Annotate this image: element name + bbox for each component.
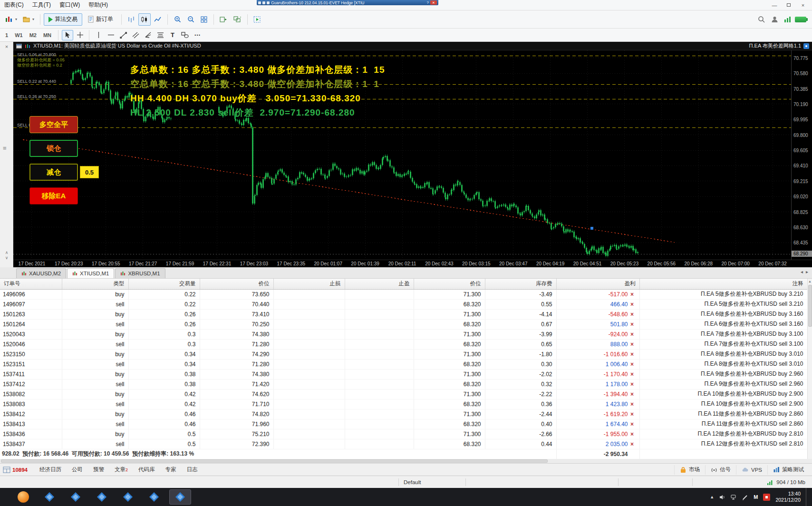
horizontal-scrollbar[interactable] [0,459,812,463]
scroll-down-icon[interactable]: ∨ [0,255,13,261]
close-position-button[interactable]: × [629,321,636,328]
close-position-button[interactable]: × [629,361,636,368]
chart-tab-XBRUSD[interactable]: XBRUSD,M1 [115,268,165,278]
chart-tab-XTIUSD[interactable]: XTIUSD,M1 [67,268,114,278]
close-position-button[interactable]: × [629,291,636,298]
close-all-button[interactable]: 多空全平 [29,116,78,133]
cascade-windows-button[interactable] [231,13,244,26]
levels-button[interactable] [782,13,794,26]
restore-button[interactable] [782,1,796,9]
crosshair-tool[interactable] [74,30,86,40]
chart-tab-XAUUSD[interactable]: XAUUSD,M2 [16,268,66,278]
column-header-open[interactable]: 价位 [200,279,273,289]
column-header-comment[interactable]: 注释 [639,279,807,289]
more-tools-button[interactable]: ⋯ [192,30,203,40]
table-row[interactable]: 1501263buy0.2673.41071.300-4.14-548.60×Π… [0,309,807,319]
table-row[interactable]: 1538412buy0.4674.82071.300-2.44-1 619.20… [0,409,807,419]
price-axis[interactable]: 68.290 70.77570.58070.38570.19069.99569.… [791,50,812,260]
cursor-tool[interactable] [62,30,73,40]
taskbar-app-icon-active[interactable] [169,489,191,505]
pen-icon[interactable] [742,494,748,500]
tray-expand-icon[interactable]: ▲ [710,495,714,499]
toolbox-tab-公司[interactable]: 公司 [67,464,88,476]
table-row[interactable]: 1538082buy0.4274.62071.300-2.22-1 394.40… [0,389,807,399]
tab-scroll-right-icon[interactable]: ▸ [806,269,808,274]
lock-position-button[interactable]: 锁仓 [29,140,78,157]
table-row[interactable]: 1496096buy0.2273.65071.300-3.49-517.00×Π… [0,289,807,299]
strategy-tester-button[interactable] [251,13,263,26]
scrollbar-thumb[interactable] [808,285,812,327]
table-row[interactable]: 1523150buy0.3474.29071.300-1.80-1 016.60… [0,349,807,359]
table-row[interactable]: 1537412sell0.3871.42068.3200.321 178.00×… [0,379,807,389]
bar-chart-type-button[interactable] [125,13,137,26]
time-axis[interactable]: 17 Dec 202117 Dec 20:2317 Dec 20:5517 De… [13,260,812,267]
close-position-button[interactable]: × [629,311,636,318]
scrollbar-thumb[interactable] [1,459,548,463]
tile-windows-button[interactable] [217,13,230,26]
table-scrollbar[interactable]: ▲ [807,279,812,459]
table-row[interactable]: 1538437sell0.572.39068.3200.442 035.00×Π… [0,439,807,449]
timeframe-1[interactable]: 1 [2,32,11,38]
minimize-button[interactable]: — [767,1,782,9]
text-tool[interactable]: T [167,30,178,40]
trade-count-badge[interactable]: 10894 [12,467,28,473]
new-order-button[interactable]: 新订单 [83,13,118,26]
table-row[interactable]: 1538083sell0.4271.71068.3200.361 423.80×… [0,399,807,409]
toolbox-tab-日志[interactable]: 日志 [182,464,203,476]
column-header-tp[interactable]: 止盈 [345,279,414,289]
toolbox-tab-经济日历[interactable]: 经济日历 [34,464,67,476]
table-row[interactable]: 1538436buy0.575.21071.300-2.66-1 955.00×… [0,429,807,439]
table-row[interactable]: 1520046sell0.371.28068.3200.65888.00×Π.E… [0,339,807,349]
trade-tab-icon[interactable] [3,467,10,473]
menu-item-2[interactable]: 窗口(W) [55,1,84,9]
reduce-value-field[interactable]: 0.5 [80,166,99,178]
connection-status[interactable]: 904 / 10 Mb [767,479,812,485]
close-position-button[interactable]: × [629,431,636,438]
toolbox-button-tester[interactable]: 策略测试 [767,465,809,475]
algo-trading-button[interactable]: 算法交易 [44,13,82,26]
profiles-button[interactable]: ▾ [20,13,37,26]
panel-grip-icon[interactable]: ≡ [3,145,7,152]
column-header-sl[interactable]: 止损 [273,279,345,289]
ea-icon[interactable] [803,43,809,49]
close-position-button[interactable]: × [629,341,636,348]
zoom-out-button[interactable] [184,13,197,26]
background-window-titlebar[interactable]: GuaruBrothers-10 212.04.15.01-EVET Hedge… [257,0,438,5]
toolbox-tab-代码库[interactable]: 代码库 [133,464,160,476]
menu-item-1[interactable]: 工具(T) [28,1,55,9]
close-position-button[interactable]: × [629,301,636,308]
taskbar-app-icon[interactable] [117,489,139,505]
close-position-button[interactable]: × [629,401,636,408]
close-position-button[interactable]: × [629,441,636,448]
user-account-button[interactable] [768,13,781,26]
scroll-up-icon[interactable]: ∧ [0,250,13,255]
taskbar-app-icon[interactable] [91,489,113,505]
column-header-order[interactable]: 订单号 [0,279,62,289]
close-icon[interactable]: ✕ [430,0,437,5]
taskbar-app-icon[interactable] [39,489,60,505]
new-chart-button[interactable]: ▾ [3,13,19,26]
close-position-button[interactable]: × [629,411,636,418]
grid-button[interactable] [198,13,210,26]
menu-item-3[interactable]: 帮助(H) [84,1,112,9]
close-position-button[interactable]: × [629,331,636,338]
taskbar-clock[interactable]: 13:40 2021/12/20 [775,491,801,503]
column-header-swap[interactable]: 库存费 [485,279,556,289]
network-icon[interactable] [731,494,737,500]
channel-tool[interactable] [130,30,141,40]
taskbar-app-icon[interactable] [65,489,87,505]
remove-ea-button[interactable]: 移除EA [29,187,78,204]
toolbox-button-vps[interactable]: VPS [736,465,767,475]
table-row[interactable]: 1523151sell0.3471.28068.3200.301 006.40×… [0,359,807,369]
search-button[interactable] [755,13,767,26]
close-position-button[interactable]: × [629,391,636,398]
reduce-position-button[interactable]: 减仓 [29,164,78,181]
column-header-price[interactable]: 价位 [414,279,485,289]
column-header-type[interactable]: 类型 [62,279,128,289]
toolbox-tab-文章[interactable]: 文章2 [109,464,133,476]
close-position-button[interactable]: × [629,421,636,428]
show-desktop-button[interactable] [806,488,808,506]
fibonacci-tool[interactable] [155,30,166,40]
close-position-button[interactable]: × [629,371,636,378]
table-row[interactable]: 1520043buy0.374.38071.300-3.99-924.00×Π.… [0,329,807,339]
